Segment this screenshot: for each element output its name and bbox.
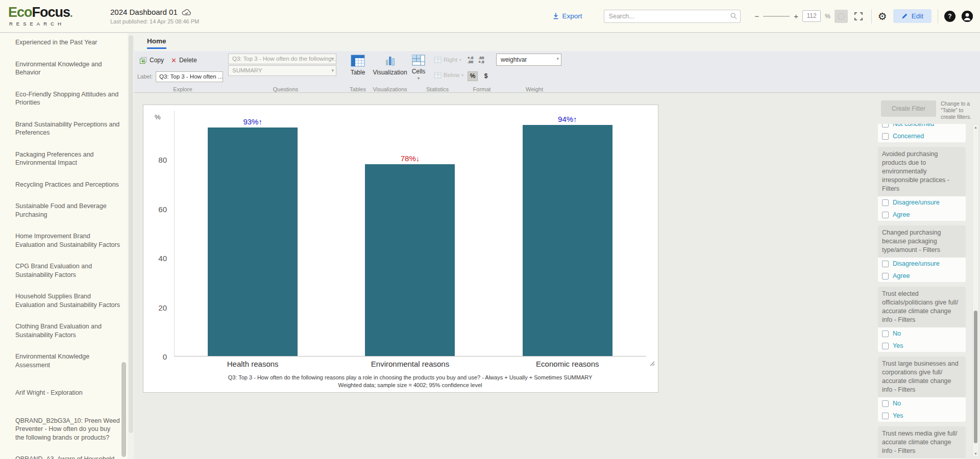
- filter-group-title: Avoided purchasing products due to envir…: [878, 147, 966, 196]
- copy-button[interactable]: Copy: [137, 56, 166, 65]
- visualization-button[interactable]: Visualization: [373, 54, 407, 76]
- zoom-level-input[interactable]: 112: [802, 10, 821, 22]
- bar-chart-icon: [384, 55, 396, 67]
- group-label-format: Format: [468, 86, 496, 92]
- ribbon-group-statistics: Cells ▾ Right ▾ Below ▾ Statistics: [407, 54, 468, 84]
- bar[interactable]: [523, 125, 612, 356]
- sidebar-item[interactable]: Environmental Knowledge Assessment: [15, 352, 120, 369]
- filter-option[interactable]: Disagree/unsure: [878, 196, 966, 209]
- checkbox[interactable]: [882, 199, 889, 206]
- bar[interactable]: [208, 128, 298, 356]
- weight-dropdown[interactable]: weightvar ▾: [496, 54, 561, 66]
- y-axis-tick-label: 40: [158, 254, 167, 263]
- last-published: Last published: 14 Apr 25 08:46 PM: [110, 18, 199, 24]
- label-input[interactable]: Q3: Top 3 - How often ...: [156, 71, 223, 82]
- zoom-slider[interactable]: [763, 16, 790, 17]
- checkbox[interactable]: [882, 343, 889, 349]
- filter-option[interactable]: No: [878, 397, 966, 410]
- zoom-controls: − + 112 %: [755, 10, 865, 23]
- filter-panel: Create Filter Change to a "Table" to cre…: [874, 93, 980, 459]
- export-button[interactable]: Export: [552, 12, 582, 20]
- checkbox[interactable]: [882, 124, 889, 128]
- main-scrollbar[interactable]: [128, 33, 134, 459]
- y-axis-tick-label: 60: [158, 205, 167, 213]
- filter-option[interactable]: Concerned: [878, 130, 966, 142]
- sidebar-item[interactable]: Recycling Practices and Perceptions: [15, 181, 120, 189]
- chevron-down-icon: ▾: [331, 68, 334, 73]
- scroll-down-icon[interactable]: ▼: [973, 452, 978, 455]
- group-label-statistics: Statistics: [407, 86, 468, 92]
- logo-research-text: RESEARCH: [9, 21, 85, 27]
- sidebar-item[interactable]: Environmental Knowledge and Behavior: [15, 60, 120, 77]
- dashboard-title-block: 2024 Dashboard 01 Last published: 14 Apr…: [110, 8, 199, 24]
- filter-scrollbar[interactable]: ▲ ▼: [972, 124, 979, 457]
- sidebar-item[interactable]: Eco-Friendly Shopping Attitudes and Prio…: [15, 90, 120, 107]
- checkbox[interactable]: [882, 400, 889, 407]
- sidebar-item[interactable]: Brand Sustainability Perceptions and Pre…: [15, 120, 120, 137]
- help-icon[interactable]: ?: [944, 11, 955, 22]
- cells-button[interactable]: Cells ▾: [407, 54, 430, 84]
- decrease-decimal-icon[interactable]: .00+.0: [478, 56, 484, 65]
- sidebar-item[interactable]: Household Supplies Brand Evaluation and …: [15, 292, 120, 309]
- sidebar-item[interactable]: Experienced in the Past Year: [15, 38, 120, 47]
- delete-button[interactable]: ✕ Delete: [169, 56, 199, 65]
- layout-grid-button: [835, 10, 848, 23]
- checkbox[interactable]: [882, 273, 889, 279]
- filter-option[interactable]: Agree: [878, 209, 966, 221]
- dollar-format-button[interactable]: $: [481, 71, 491, 81]
- sidebar-item[interactable]: CPG Brand Evaluation and Sustainability …: [15, 262, 120, 279]
- cloud-sync-icon: [182, 9, 191, 16]
- group-label-explore: Explore: [137, 86, 228, 92]
- tab-bar: Home: [134, 33, 980, 51]
- zoom-out-button[interactable]: −: [755, 12, 760, 20]
- sidebar-item[interactable]: Clothing Brand Evaluation and Sustainabi…: [15, 322, 120, 339]
- summary-dropdown[interactable]: SUMMARY ▾: [228, 65, 336, 76]
- ribbon-group-format: +.0.00 .00+.0 % $ Format: [468, 54, 496, 84]
- checkbox[interactable]: [882, 330, 889, 337]
- settings-gear-icon[interactable]: ⚙: [878, 10, 887, 22]
- fullscreen-button[interactable]: [852, 10, 865, 23]
- filter-option[interactable]: No: [878, 327, 966, 340]
- checkbox[interactable]: [882, 413, 889, 419]
- ribbon-group-explore: Copy ✕ Delete Label: Q3: Top 3 - How oft…: [137, 54, 228, 84]
- filter-option-label: Not concerned: [893, 124, 934, 128]
- checkbox[interactable]: [882, 261, 889, 267]
- x-axis-category-label: Health reasons: [174, 360, 331, 368]
- user-profile-icon[interactable]: [962, 11, 973, 22]
- filter-option-label: Agree: [893, 272, 910, 279]
- zoom-in-button[interactable]: +: [794, 12, 798, 20]
- sidebar-item[interactable]: Arif Wright - Exploration: [15, 389, 120, 397]
- sidebar-item[interactable]: QBRAND_B2bG3A_10: Preen Weed Preventer -…: [15, 417, 120, 442]
- tab-home[interactable]: Home: [147, 37, 166, 49]
- question-dropdown[interactable]: Q3: Top 3 - How often do the following..…: [228, 54, 336, 64]
- resize-handle-icon[interactable]: [650, 361, 655, 366]
- filter-option[interactable]: Agree: [878, 270, 966, 282]
- group-label-visualizations: Visualizations: [373, 86, 407, 92]
- checkbox[interactable]: [882, 212, 889, 218]
- table-button[interactable]: Table: [343, 54, 373, 76]
- search-input[interactable]: [604, 10, 741, 23]
- sidebar-item[interactable]: Home Improvement Brand Evaluation and Su…: [15, 232, 120, 249]
- filter-option[interactable]: Yes: [878, 410, 966, 422]
- filter-scrollbar-thumb[interactable]: [974, 311, 977, 443]
- edit-button[interactable]: Edit: [893, 9, 932, 23]
- scroll-up-icon[interactable]: ▲: [973, 125, 978, 129]
- percent-format-button[interactable]: %: [468, 71, 478, 81]
- sidebar-item[interactable]: QBRAND_A3. Aware of Household Supply Bra…: [15, 455, 120, 459]
- checkbox[interactable]: [882, 133, 889, 140]
- sidebar-item[interactable]: Packaging Preferences and Environmental …: [15, 150, 120, 167]
- filter-option[interactable]: Yes: [878, 340, 966, 352]
- filter-option[interactable]: Disagree/unsure: [878, 258, 966, 270]
- sidebar-item[interactable]: Sustainable Food and Beverage Purchasing: [15, 202, 120, 219]
- increase-decimal-icon[interactable]: +.0.00: [468, 56, 473, 65]
- filter-option[interactable]: Not concerned: [878, 124, 966, 130]
- table-label: Table: [351, 69, 365, 76]
- visualization-label: Visualization: [373, 69, 407, 76]
- delete-label: Delete: [179, 57, 197, 64]
- bar[interactable]: [365, 164, 455, 356]
- export-label: Export: [562, 12, 582, 20]
- chart-panel[interactable]: % 020406080 93%↑78%↓94%↑ Health reasonsE…: [143, 105, 658, 393]
- sidebar-scrollbar[interactable]: [121, 362, 126, 457]
- sidebar-list: Experienced in the Past YearEnvironmenta…: [0, 33, 128, 459]
- chevron-down-icon: ▾: [459, 58, 461, 62]
